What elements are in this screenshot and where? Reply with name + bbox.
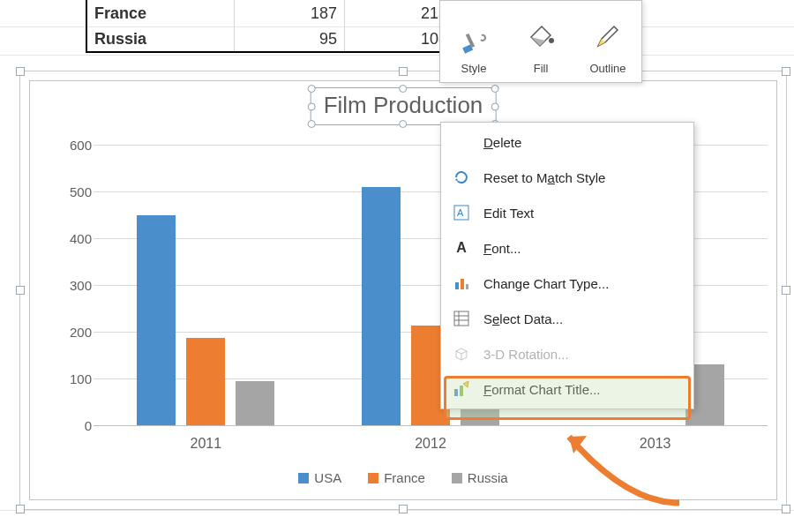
gridline <box>94 425 768 426</box>
svg-rect-8 <box>454 311 468 326</box>
bar-france-2011[interactable] <box>186 338 225 425</box>
menu-font[interactable]: A Font... <box>441 230 693 266</box>
mini-toolbar: Style Fill Outline <box>439 0 642 83</box>
menu-select-data[interactable]: Select Data... <box>441 301 693 336</box>
bar-chart-icon <box>452 273 471 293</box>
menu-reset-to-match-style[interactable]: Reset to Match Style <box>441 160 693 195</box>
y-tick-label: 400 <box>70 231 92 246</box>
resize-handle[interactable] <box>16 67 25 76</box>
legend-item-usa[interactable]: USA <box>298 470 341 485</box>
x-tick-label: 2011 <box>191 436 222 452</box>
blank-icon <box>452 132 471 152</box>
svg-rect-12 <box>454 389 458 396</box>
bar-usa-2012[interactable] <box>362 187 401 425</box>
x-tick-label: 2013 <box>640 436 671 452</box>
title-handle[interactable] <box>308 85 316 93</box>
y-tick-label: 0 <box>85 418 92 433</box>
legend-item-russia[interactable]: Russia <box>452 470 508 485</box>
title-handle[interactable] <box>308 102 316 110</box>
svg-rect-5 <box>455 282 459 289</box>
svg-rect-13 <box>460 386 463 396</box>
row-label[interactable]: Russia <box>86 26 235 52</box>
resize-handle[interactable] <box>782 67 790 76</box>
cube-icon <box>452 344 471 363</box>
fill-button[interactable]: Fill <box>507 1 574 82</box>
resize-handle[interactable] <box>399 505 408 513</box>
svg-rect-6 <box>461 279 464 289</box>
context-menu: Delete Reset to Match Style A Edit Text … <box>440 122 694 409</box>
y-tick-label: 200 <box>70 325 92 340</box>
resize-handle[interactable] <box>782 286 790 295</box>
resize-handle[interactable] <box>16 505 25 513</box>
legend-swatch <box>452 473 462 483</box>
y-tick-label: 600 <box>70 138 92 153</box>
menu-change-chart-type[interactable]: Change Chart Type... <box>441 266 693 301</box>
paint-bucket-icon <box>526 21 556 51</box>
menu-edit-text[interactable]: A Edit Text <box>441 195 693 230</box>
style-button[interactable]: Style <box>440 1 507 82</box>
paintbrush-icon <box>459 26 489 56</box>
menu-delete[interactable]: Delete <box>441 124 693 160</box>
y-tick-label: 500 <box>70 184 92 199</box>
chart-title[interactable]: Film Production <box>311 87 497 125</box>
select-data-icon <box>452 309 471 328</box>
chart-title-text: Film Production <box>324 92 483 118</box>
y-tick-label: 300 <box>70 278 92 293</box>
legend-swatch <box>298 473 309 483</box>
outline-label: Outline <box>589 62 625 75</box>
cell[interactable]: 187 <box>235 0 345 26</box>
pen-icon <box>593 21 623 51</box>
text-box-icon: A <box>452 203 471 222</box>
menu-format-chart-title[interactable]: Format Chart Title... <box>441 371 693 407</box>
x-tick-label: 2012 <box>415 436 446 452</box>
svg-text:A: A <box>457 207 464 218</box>
title-handle[interactable] <box>491 85 498 93</box>
resize-handle[interactable] <box>782 505 790 513</box>
title-handle[interactable] <box>491 102 498 110</box>
chart-legend[interactable]: USAFranceRussia <box>30 470 776 485</box>
y-tick-label: 100 <box>70 371 92 386</box>
font-letter-icon: A <box>452 238 471 258</box>
resize-handle[interactable] <box>399 67 408 76</box>
bar-usa-2011[interactable] <box>137 215 176 426</box>
style-label: Style <box>461 62 487 75</box>
title-handle[interactable] <box>400 85 408 93</box>
cell[interactable]: 108 <box>345 26 455 52</box>
resize-handle[interactable] <box>16 286 25 295</box>
format-chart-icon <box>452 379 471 399</box>
svg-point-2 <box>549 38 554 43</box>
fill-label: Fill <box>534 62 549 75</box>
title-handle[interactable] <box>400 120 408 128</box>
legend-swatch <box>368 473 378 483</box>
reset-icon <box>452 168 471 187</box>
svg-rect-7 <box>466 284 468 289</box>
row-label[interactable]: France <box>86 0 235 26</box>
bar-russia-2011[interactable] <box>236 381 274 425</box>
cell[interactable]: 95 <box>235 26 345 52</box>
outline-button[interactable]: Outline <box>574 1 641 82</box>
menu-3d-rotation: 3-D Rotation... <box>441 336 693 371</box>
cell[interactable]: 213 <box>345 0 455 26</box>
legend-item-france[interactable]: France <box>368 470 425 485</box>
title-handle[interactable] <box>308 120 316 128</box>
